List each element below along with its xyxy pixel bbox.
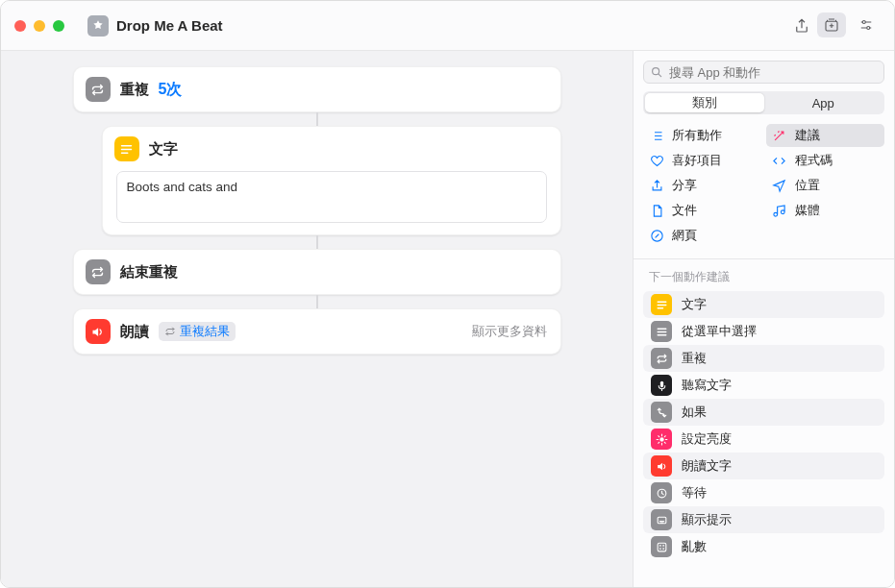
list-icon [649,128,664,143]
cat-scripting[interactable]: 程式碼 [766,149,885,172]
svg-point-1 [862,21,865,24]
svg-point-3 [653,67,659,74]
menu-icon [651,321,672,342]
media-icon [772,203,787,218]
speak-input-token[interactable]: 重複結果 [159,322,236,341]
cat-label: 分享 [672,177,697,194]
suggestion-branch[interactable]: 如果 [643,399,884,426]
library-panel: 類別 App 所有動作 建議 喜好項目 程式碼 [633,51,894,587]
suggestion-repeat[interactable]: 重複 [643,345,884,372]
svg-point-6 [659,437,663,441]
location-icon [772,178,787,193]
library-icon [823,16,840,34]
category-grid: 所有動作 建議 喜好項目 程式碼 分享 位置 [634,124,894,255]
window-title: Drop Me A Beat [116,17,223,34]
cat-sharing[interactable]: 分享 [643,174,762,197]
repeat-count[interactable]: 5次 [159,80,183,100]
suggestion-label: 重複 [682,350,707,367]
speak-label: 朗讀 [120,323,149,341]
action-text[interactable]: 文字 Boots and cats and [102,126,561,235]
workflow-editor[interactable]: 重複 5次 文字 Boots and cats and [1,51,633,587]
suggestion-alert[interactable]: 顯示提示 [643,506,884,533]
suggestions-header: 下一個動作建議 [634,261,894,291]
end-repeat-label: 結束重複 [120,263,178,282]
minimize-window[interactable] [34,20,45,32]
cat-documents[interactable]: 文件 [643,199,762,222]
svg-point-10 [659,545,661,547]
tab-apps[interactable]: App [764,93,883,112]
search-field-wrap [643,61,884,84]
cat-location[interactable]: 位置 [766,174,885,197]
window-controls [14,20,64,32]
titlebar: Drop Me A Beat [1,1,894,51]
text-icon [114,136,139,161]
svg-point-11 [662,548,664,550]
speak-token-label: 重複結果 [180,323,230,340]
suggestion-brightness[interactable]: 設定亮度 [643,426,884,453]
cat-favorites[interactable]: 喜好項目 [643,149,762,172]
token-repeat-icon [164,326,176,337]
suggestion-clock[interactable]: 等待 [643,479,884,506]
brightness-icon [651,429,672,450]
shortcut-tile-icon [87,15,109,37]
code-icon [772,153,787,168]
suggestion-text[interactable]: 文字 [643,291,884,318]
dice-icon [651,536,672,557]
connector-line [316,235,318,249]
suggestion-list: 文字從選單中選擇重複聽寫文字如果設定亮度朗讀文字等待顯示提示亂數 [634,291,894,587]
suggestion-label: 等待 [682,484,707,502]
repeat-icon [651,348,672,369]
panel-settings-button[interactable] [852,12,881,37]
search-icon [650,65,663,79]
branch-icon [651,402,672,423]
cat-label: 建議 [795,127,820,144]
text-action-input[interactable]: Boots and cats and [116,171,547,223]
show-more-button[interactable]: 顯示更多資料 [472,323,547,340]
share-button[interactable] [784,12,819,39]
action-speak[interactable]: 朗讀 重複結果 顯示更多資料 [73,308,561,355]
svg-point-2 [867,27,870,30]
search-input[interactable] [643,61,884,84]
suggestion-dice[interactable]: 亂數 [643,533,884,560]
tab-categories[interactable]: 類別 [645,93,764,112]
svg-point-13 [659,548,661,550]
repeat-icon [86,77,111,102]
zoom-window[interactable] [53,20,64,32]
action-repeat[interactable]: 重複 5次 [73,66,561,112]
sliders-icon [858,16,875,34]
alert-icon [651,509,672,530]
panel-divider [634,258,894,259]
action-end-repeat[interactable]: 結束重複 [73,249,561,295]
text-icon [651,294,672,315]
dictate-icon [651,375,672,396]
close-window[interactable] [14,20,26,32]
heart-icon [649,153,664,168]
suggestion-label: 顯示提示 [682,511,732,528]
cat-suggestions[interactable]: 建議 [766,124,885,147]
suggestion-label: 設定亮度 [682,430,732,448]
cat-web[interactable]: 網頁 [643,224,762,247]
repeat-label: 重複 [120,81,149,99]
share-icon [793,17,810,35]
cat-media[interactable]: 媒體 [766,199,885,222]
suggestion-dictate[interactable]: 聽寫文字 [643,372,884,399]
speak-icon [86,319,111,344]
cat-label: 文件 [672,202,697,219]
share-cat-icon [649,178,664,193]
clock-icon [651,482,672,503]
svg-point-12 [662,545,664,547]
connector-line [316,295,318,308]
suggestion-label: 從選單中選擇 [682,323,757,340]
suggestion-label: 聽寫文字 [682,377,732,394]
suggestion-label: 亂數 [682,538,707,555]
suggestion-menu[interactable]: 從選單中選擇 [643,318,884,345]
suggestion-label: 朗讀文字 [682,457,732,475]
wand-icon [772,128,787,143]
cat-label: 媒體 [795,202,820,219]
library-toggle[interactable] [817,12,846,37]
suggestion-speak[interactable]: 朗讀文字 [643,453,884,479]
safari-icon [649,228,664,243]
cat-label: 位置 [795,177,820,194]
speak-icon [651,455,672,477]
cat-all-actions[interactable]: 所有動作 [643,124,762,147]
